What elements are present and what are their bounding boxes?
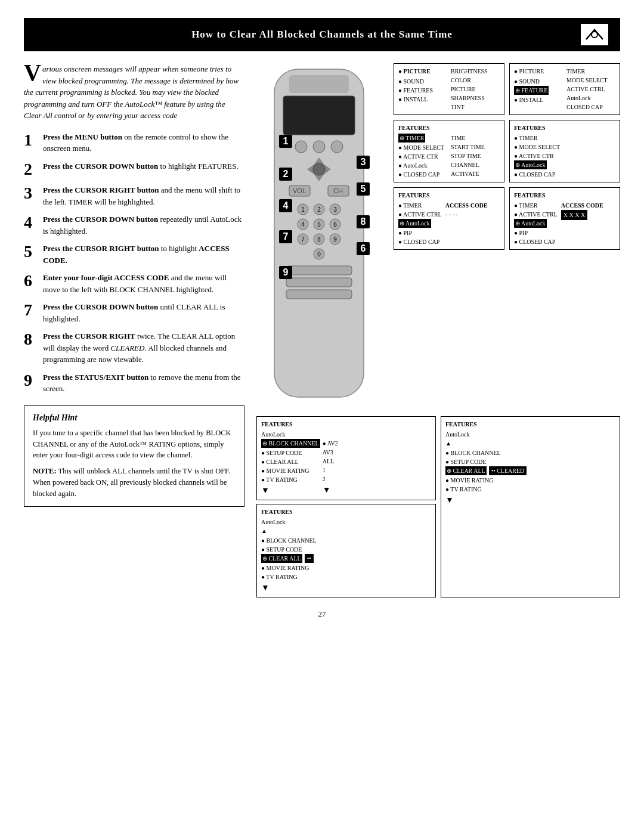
panel3-left: ⊕ TIMER ● MODE SELECT ● ACTIVE CTR ● Aut… [398, 134, 447, 179]
panel7-av3: AV3 [323, 448, 338, 457]
step-3: 3 Press the CURSOR RIGHT button and the … [24, 184, 244, 208]
svg-text:VOL: VOL [293, 187, 306, 194]
panel6-access-label: ACCESS CODE [561, 201, 603, 210]
panel1-color: COLOR [451, 76, 500, 85]
panel5-dashes: - - - - [445, 210, 488, 219]
page-title: How to Clear All Blocked Channels at the… [63, 29, 581, 41]
panel9-block: ● BLOCK CHANNEL [445, 448, 615, 457]
step-2: 2 Press the CURSOR DOWN button to highli… [24, 160, 244, 179]
svg-text:6: 6 [333, 221, 337, 228]
panel5-left: ● TIMER ● ACTIVE CTRL ⊕ AutoLock ● PIP ●… [398, 201, 442, 246]
svg-text:9: 9 [283, 267, 289, 277]
panel9-tv: ● TV RATING [445, 485, 615, 494]
steps-list: 1 Press the MENU button on the remote co… [24, 131, 244, 395]
panel1-left: ● PICTURE ● SOUND ● FEATURES ● INSTALL [398, 67, 447, 112]
panel7-tv: ● TV RATING [261, 475, 320, 484]
panel8-clear-highlighted: ⊕ CLEAR ALL [261, 554, 302, 563]
panel2-picture: ● PICTURE [514, 67, 563, 76]
intro-body: arious onscreen messages will appear whe… [24, 64, 239, 120]
panel2-install: ● INSTALL [514, 95, 563, 104]
svg-text:4: 4 [283, 200, 289, 210]
panel2-autolock: AutoLock [566, 94, 615, 103]
panel1-install: ● INSTALL [398, 95, 447, 104]
svg-text:1: 1 [301, 206, 305, 213]
panel2-right: TIMER MODE SELECT ACTIVE CTRL AutoLock C… [566, 67, 615, 112]
intro-text: V arious onscreen messages will appear w… [24, 63, 244, 122]
panel8-setup: ● SETUP CODE [261, 545, 431, 554]
panel3-right: TIME START TIME STOP TIME CHANNEL ACTIVA… [451, 134, 500, 179]
panel1-picture: PICTURE [451, 85, 500, 94]
step-text-7: Press the CURSOR DOWN button until CLEAR… [43, 301, 244, 324]
page-number: 27 [24, 609, 620, 619]
svg-point-7 [331, 141, 343, 153]
panel7-left-items: ⊕ BLOCK CHANNEL ● SETUP CODE ● CLEAR ALL… [261, 439, 320, 497]
panel8-bullets-box: •• [305, 554, 314, 563]
panel2-timer: TIMER [566, 67, 615, 76]
panel7-features-label: FEATURES [261, 420, 431, 429]
screen-panel-4: FEATURES ● TIMER ● MODE SELECT ● ACTIVE … [509, 120, 620, 182]
panel8-block: ● BLOCK CHANNEL [261, 536, 431, 545]
panel3-activate: ACTIVATE [451, 169, 500, 178]
step-text-6: Enter your four-digit ACCESS CODE and th… [43, 272, 244, 295]
panel7-down-arrow: ▼ [261, 484, 320, 497]
panel3-start: START TIME [451, 143, 500, 151]
panel7-movie: ● MOVIE RATING [261, 466, 320, 475]
panel9-up-arrow: ▲ [445, 439, 615, 448]
step-number-4: 4 [24, 213, 37, 232]
svg-text:5: 5 [361, 184, 366, 194]
helpful-hint-p1: If you tune to a specific channel that h… [33, 428, 236, 461]
svg-text:8: 8 [361, 216, 366, 227]
panel9-setup: ● SETUP CODE [445, 457, 615, 466]
svg-text:7: 7 [301, 236, 305, 243]
screen-panel-6: FEATURES ● TIMER ● ACTIVE CTRL ⊕ AutoLoc… [509, 187, 620, 250]
left-column: V arious onscreen messages will appear w… [24, 63, 244, 597]
svg-text:6: 6 [361, 243, 366, 253]
panel2-feature-highlighted: ⊕ FEATURE [514, 86, 549, 95]
panel7-all: ALL [323, 457, 338, 466]
panel7-av2: ● AV2 [323, 439, 338, 448]
svg-text:0: 0 [317, 251, 321, 258]
screen-panel-1: ● PICTURE ● SOUND ● FEATURES ● INSTALL B… [394, 63, 504, 115]
step-text-5: Press the CURSOR RIGHT button to highlig… [43, 243, 244, 266]
panel7-clear: ● CLEAR ALL [261, 457, 320, 466]
panel1-title: ● PICTURE [398, 67, 447, 76]
panel5-active: ● ACTIVE CTRL [398, 210, 442, 219]
panel4-features-label: FEATURES [514, 123, 615, 132]
panel1-right: BRIGHTNESS COLOR PICTURE SHARPNESS TINT [451, 67, 500, 112]
screen-panel-5: FEATURES ● TIMER ● ACTIVE CTRL ⊕ AutoLoc… [394, 187, 504, 250]
screen-panel-2: ● PICTURE ● SOUND ⊕ FEATURE ● INSTALL TI… [509, 63, 620, 115]
panel9-cleared-box: •• CLEARED [489, 466, 527, 475]
panel6-access-box: X X X X [561, 210, 587, 220]
bottom-panels: FEATURES AutoLock ⊕ BLOCK CHANNEL ● SETU… [256, 416, 620, 597]
step-text-1: Press the MENU button on the remote cont… [43, 131, 244, 154]
drop-cap: V [24, 63, 41, 82]
panel5-right: ACCESS CODE - - - - [445, 201, 488, 246]
step-number-3: 3 [24, 184, 37, 203]
access-code-panels-row: FEATURES ● TIMER ● ACTIVE CTRL ⊕ AutoLoc… [394, 187, 620, 250]
step-number-9: 9 [24, 371, 37, 390]
panel5-autolock-highlighted: ⊕ AutoLock [398, 219, 431, 228]
mid-panels-row: FEATURES ⊕ TIMER ● MODE SELECT ● ACTIVE … [394, 120, 620, 182]
panel7-autolock-label: AutoLock [261, 430, 431, 439]
svg-rect-39 [286, 290, 352, 299]
svg-text:9: 9 [333, 236, 337, 243]
svg-text:8: 8 [317, 236, 321, 243]
panel7-1: 1 [323, 466, 338, 475]
panel7-down-arrow2: ▼ [323, 484, 338, 496]
step-text-4: Press the CURSOR DOWN button repeatedly … [43, 213, 244, 237]
panel9-clearall-row: ⊕ CLEAR ALL •• CLEARED [445, 466, 615, 475]
remote-svg: VOL CH 1 2 3 4 5 6 [256, 63, 382, 409]
panel5-closed: ● CLOSED CAP [398, 237, 442, 246]
screen-panel-3: FEATURES ⊕ TIMER ● MODE SELECT ● ACTIVE … [394, 120, 504, 182]
panel8-down-arrow: ▼ [261, 581, 431, 594]
panel4-timer: ● TIMER [514, 134, 615, 143]
svg-rect-37 [286, 266, 352, 275]
panel8-features-label: FEATURES [261, 507, 431, 516]
panel6-left: ● TIMER ● ACTIVE CTRL ⊕ AutoLock ● PIP ●… [514, 201, 558, 246]
panel7-block-highlighted: ⊕ BLOCK CHANNEL [261, 439, 320, 448]
panel8-autolock-label: AutoLock [261, 518, 431, 527]
step-8: 8 Press the CURSOR RIGHT twice. The CLEA… [24, 330, 244, 366]
panel8-up-arrow: ▲ [261, 527, 431, 535]
screens-area: ● PICTURE ● SOUND ● FEATURES ● INSTALL B… [394, 63, 620, 250]
panel1-features: ● FEATURES [398, 86, 447, 95]
